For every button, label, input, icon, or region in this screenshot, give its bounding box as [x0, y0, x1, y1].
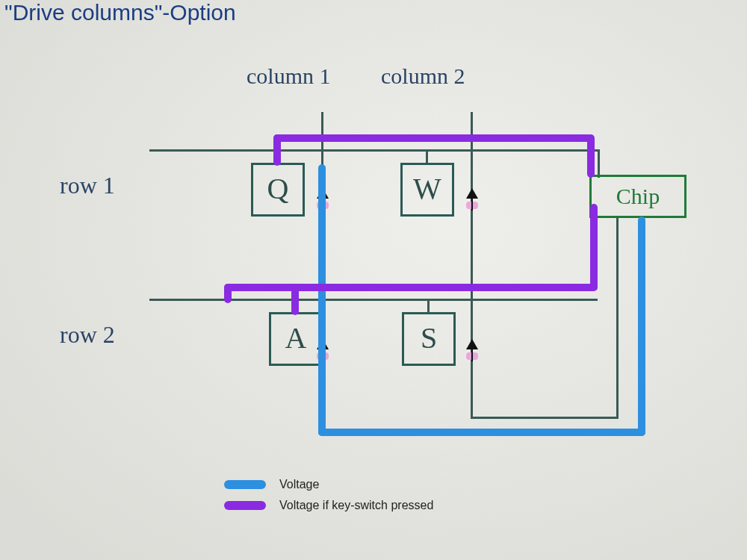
diode-arrow-s [466, 339, 478, 349]
key-s-label: S [421, 320, 437, 355]
pressed-path-r2-seg1 [224, 284, 596, 291]
key-q: Q [251, 163, 305, 217]
voltage-path-seg3 [318, 164, 326, 436]
wire-row1-to-chip [598, 149, 600, 178]
legend-row-voltage-pressed: Voltage if key-switch pressed [224, 499, 433, 512]
legend-row-voltage: Voltage [224, 478, 433, 491]
chip-box: Chip [589, 175, 686, 218]
voltage-path-seg1 [638, 217, 645, 436]
label-column-2: column 2 [381, 63, 465, 89]
diode-arrow-w [466, 188, 478, 199]
legend-swatch-voltage [224, 480, 266, 489]
key-w-label: W [413, 171, 441, 206]
wire-col2 [471, 112, 473, 418]
pressed-path-r1-seg1 [273, 134, 593, 142]
legend-label-voltage: Voltage [279, 478, 319, 491]
wire-row2-to-chip-a [596, 299, 598, 301]
key-w: W [400, 163, 454, 217]
wire-stub-s [427, 299, 430, 314]
key-s: S [402, 312, 456, 366]
key-a: A [269, 312, 323, 366]
key-a-label: A [285, 320, 307, 355]
wire-row1 [149, 149, 598, 152]
label-column-1: column 1 [247, 63, 331, 89]
key-q-label: Q [267, 171, 289, 206]
label-row-1: row 1 [60, 172, 115, 199]
legend-label-voltage-pressed: Voltage if key-switch pressed [279, 499, 433, 512]
chip-label: Chip [616, 184, 660, 209]
paper-vignette [0, 0, 747, 560]
diagram-stage: "Drive columns"-Option column 1 column 2… [0, 0, 747, 560]
voltage-path-seg2 [318, 429, 645, 436]
legend-swatch-voltage-pressed [224, 501, 266, 510]
wire-row2 [149, 299, 598, 301]
pressed-path-r2-jog [224, 284, 232, 303]
pressed-path-r2-seg2 [590, 204, 598, 291]
page-title: "Drive columns"-Option [4, 0, 236, 25]
wire-col2-return [471, 417, 619, 419]
wire-stub-w [426, 149, 428, 164]
pressed-path-r1-seg2 [587, 134, 595, 178]
label-row-2: row 2 [60, 321, 115, 349]
wire-chip-down2 [616, 218, 619, 419]
legend: Voltage Voltage if key-switch pressed [224, 478, 433, 520]
